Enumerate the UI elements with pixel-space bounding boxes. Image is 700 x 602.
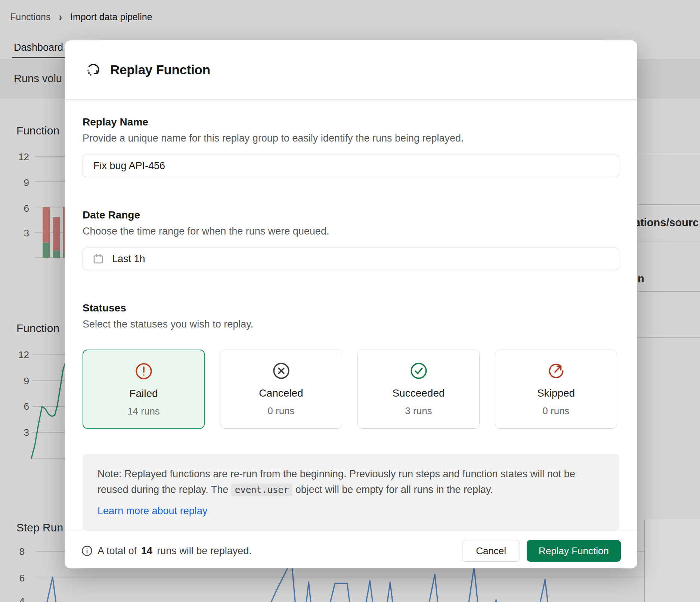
learn-more-link[interactable]: Learn more about replay	[97, 503, 207, 519]
status-card-failed[interactable]: Failed 14 runs	[83, 350, 205, 429]
status-card-skipped[interactable]: Skipped 0 runs	[495, 350, 617, 429]
status-card-canceled[interactable]: Canceled 0 runs	[220, 350, 342, 429]
replay-name-input[interactable]	[83, 155, 619, 177]
date-range-label: Date Range	[83, 209, 619, 221]
info-icon	[81, 545, 93, 557]
replay-note: Note: Replayed functions are re-run from…	[83, 454, 619, 531]
statuses-description: Select the statuses you wish to replay.	[83, 319, 619, 330]
status-card-label: Skipped	[537, 387, 575, 399]
dialog-title: Replay Function	[110, 62, 210, 77]
replay-name-description: Provide a unique name for this replay gr…	[83, 133, 619, 144]
status-card-succeeded[interactable]: Succeeded 3 runs	[357, 350, 480, 429]
replay-function-dialog: Replay Function Replay Name Provide a un…	[65, 40, 637, 568]
skip-arrow-icon	[547, 362, 565, 380]
dialog-body: Replay Name Provide a unique name for th…	[65, 100, 637, 531]
replay-function-button[interactable]: Replay Function	[527, 540, 621, 562]
calendar-icon	[93, 253, 104, 264]
note-code-chip: event.user	[231, 484, 293, 496]
status-card-row: Failed 14 runs Canceled 0 runs	[83, 350, 619, 429]
status-card-label: Canceled	[259, 387, 303, 399]
dialog-footer: A total of 14 runs will be replayed. Can…	[65, 531, 637, 571]
statuses-label: Statuses	[83, 302, 619, 314]
date-range-description: Choose the time range for when the runs …	[83, 226, 619, 237]
date-range-select[interactable]: Last 1h	[83, 248, 619, 270]
replay-icon	[86, 62, 101, 78]
alert-circle-icon	[135, 362, 153, 380]
status-card-label: Succeeded	[392, 387, 445, 399]
check-circle-icon	[410, 362, 428, 380]
status-card-runs: 14 runs	[127, 406, 160, 417]
dialog-header: Replay Function	[65, 40, 637, 100]
app-root: Functions › Import data pipeline Dashboa…	[0, 0, 700, 602]
date-range-value: Last 1h	[112, 253, 145, 265]
note-text: object will be empty for all runs in the…	[295, 484, 493, 495]
replay-name-label: Replay Name	[83, 116, 619, 128]
summary-suffix: runs will be replayed.	[157, 545, 252, 557]
status-card-runs: 0 runs	[542, 405, 569, 417]
summary-count: 14	[141, 545, 152, 557]
summary-prefix: A total of	[97, 545, 137, 557]
status-card-runs: 3 runs	[405, 405, 432, 417]
cancel-button[interactable]: Cancel	[462, 540, 520, 562]
replay-summary: A total of 14 runs will be replayed.	[81, 545, 252, 557]
status-card-runs: 0 runs	[267, 405, 294, 417]
status-card-label: Failed	[129, 388, 158, 400]
x-circle-icon	[272, 362, 290, 380]
